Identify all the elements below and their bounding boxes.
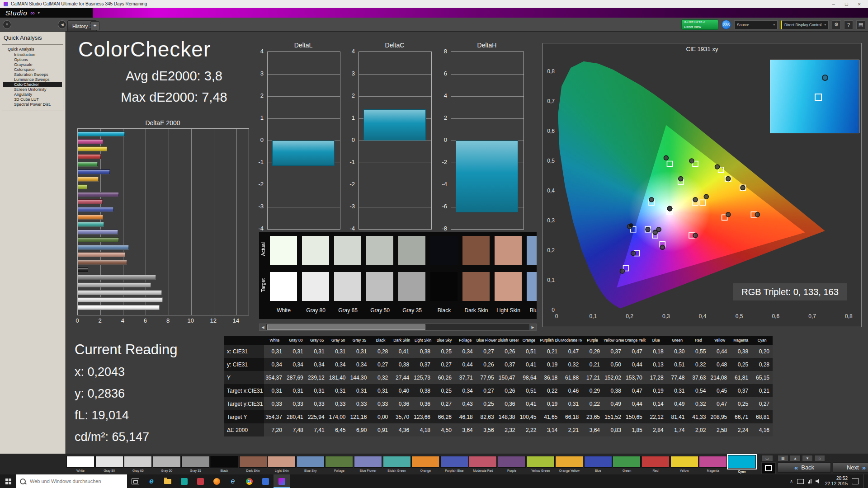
- patch-red[interactable]: [642, 456, 670, 468]
- target-swatch-gray-65[interactable]: [334, 272, 361, 301]
- sidebar-item-angularity[interactable]: Angularity: [3, 92, 62, 97]
- actual-swatch-dark-skin[interactable]: [462, 236, 490, 265]
- patch-black[interactable]: [210, 456, 238, 468]
- patch-purplish-blue[interactable]: [440, 456, 468, 468]
- taskbar-search[interactable]: [16, 474, 127, 488]
- tree-root-quick-analysis[interactable]: Quick Analysis: [3, 47, 62, 52]
- step-down-button[interactable]: ▼: [802, 455, 813, 461]
- patch-dark-skin[interactable]: [239, 456, 267, 468]
- sidebar-item-spectral-power-dist[interactable]: Spectral Power Dist.: [3, 102, 62, 107]
- patch-bluish-green[interactable]: [383, 456, 411, 468]
- swatch-scrollbar[interactable]: ◀ ▶: [259, 324, 537, 331]
- sidebar-item-colorspace[interactable]: Colorspace: [3, 67, 62, 72]
- actual-swatch-gray-35[interactable]: [398, 236, 425, 265]
- taskbar-task-view-icon[interactable]: [127, 474, 143, 488]
- display-window-button[interactable]: ▭: [761, 455, 773, 461]
- sidebar-item-introduction[interactable]: Introduction: [3, 52, 62, 57]
- show-desktop-button[interactable]: [863, 474, 865, 488]
- close-button[interactable]: ×: [858, 1, 861, 7]
- settings-button[interactable]: ⚙: [832, 20, 841, 29]
- patch-yellow-green[interactable]: [527, 456, 555, 468]
- sidebar-item-luminance-sweeps[interactable]: Luminance Sweeps: [3, 77, 62, 82]
- taskbar-chrome-icon[interactable]: [241, 474, 257, 488]
- display-control-dropdown[interactable]: Direct Display Control ▾: [781, 20, 829, 29]
- patch-yellow[interactable]: [670, 456, 698, 468]
- scroll-right-icon[interactable]: ▶: [529, 324, 536, 330]
- patch-foliage[interactable]: [325, 456, 353, 468]
- grid-view-button[interactable]: ▦: [778, 455, 788, 461]
- source-dropdown[interactable]: Source ▾: [734, 20, 778, 29]
- add-tab-button[interactable]: +: [90, 21, 99, 30]
- target-swatch-blue-sky[interactable]: [527, 272, 537, 301]
- patch-gray-35[interactable]: [181, 456, 209, 468]
- patch-magenta[interactable]: [699, 456, 727, 468]
- back-button[interactable]: « Back: [778, 462, 831, 473]
- menu-button[interactable]: ≡: [3, 20, 11, 29]
- actual-swatch-white[interactable]: [270, 236, 297, 265]
- start-button[interactable]: [0, 474, 16, 488]
- patch-gray-50[interactable]: [153, 456, 181, 468]
- patch-purple[interactable]: [498, 456, 526, 468]
- scrollbar-thumb[interactable]: [267, 324, 425, 330]
- patch-gray-80[interactable]: [95, 456, 123, 468]
- actual-swatch-gray-80[interactable]: [302, 236, 329, 265]
- taskbar-mail-icon[interactable]: [257, 474, 274, 488]
- actual-swatch-light-skin[interactable]: [495, 236, 522, 265]
- step-up-button[interactable]: ▲: [790, 455, 801, 461]
- taskbar-calman-icon[interactable]: [274, 474, 290, 488]
- actual-swatch-gray-65[interactable]: [334, 236, 361, 265]
- tray-network-icon[interactable]: [808, 479, 811, 483]
- next-button[interactable]: Next »: [833, 462, 868, 473]
- taskbar-photos-icon[interactable]: [192, 474, 208, 488]
- pattern-window-button[interactable]: [761, 462, 776, 474]
- taskbar-file-explorer-icon[interactable]: [160, 474, 176, 488]
- taskbar-edge-icon[interactable]: e: [143, 474, 160, 488]
- luminance-badge[interactable]: 235: [722, 20, 731, 29]
- minimize-button[interactable]: –: [832, 1, 835, 7]
- help-button[interactable]: ?: [844, 20, 853, 29]
- patch-blue-sky[interactable]: [297, 456, 325, 468]
- patch-blue[interactable]: [584, 456, 612, 468]
- target-swatch-black[interactable]: [430, 272, 458, 301]
- history-back-button[interactable]: ◀: [58, 20, 66, 29]
- tray-monitor-icon[interactable]: [797, 479, 804, 484]
- patch-moderate-red[interactable]: [469, 456, 497, 468]
- actual-swatch-gray-50[interactable]: [366, 236, 393, 265]
- sidebar-item-saturation-sweeps[interactable]: Saturation Sweeps: [3, 72, 62, 77]
- target-swatch-gray-50[interactable]: [366, 272, 393, 301]
- sidebar-item-grayscale[interactable]: Grayscale: [3, 62, 62, 67]
- target-swatch-light-skin[interactable]: [495, 272, 522, 301]
- home-button[interactable]: ⌂: [814, 455, 825, 461]
- patch-gray-65[interactable]: [124, 456, 152, 468]
- target-swatch-gray-35[interactable]: [398, 272, 425, 301]
- patch-light-skin[interactable]: [268, 456, 296, 468]
- patch-orange-yellow[interactable]: [555, 456, 583, 468]
- sidebar-item-screen-uniformity[interactable]: Screen Uniformity: [3, 87, 62, 92]
- patch-blue-flower[interactable]: [354, 456, 382, 468]
- action-center-icon[interactable]: [852, 478, 859, 484]
- patch-cyan[interactable]: [728, 455, 756, 469]
- maximize-button[interactable]: □: [845, 1, 848, 7]
- taskbar-clock[interactable]: 20:52 22.12.2015: [825, 476, 848, 487]
- taskbar-internet-explorer-icon[interactable]: e: [225, 474, 241, 488]
- actual-swatch-black[interactable]: [430, 236, 458, 265]
- taskbar-firefox-icon[interactable]: [208, 474, 225, 488]
- target-swatch-white[interactable]: [270, 272, 297, 301]
- patch-white[interactable]: [66, 456, 94, 468]
- studio-logo[interactable]: Studio ∞ ▾: [0, 8, 93, 18]
- tray-volume-icon[interactable]: [816, 479, 821, 484]
- tray-chevron-up-icon[interactable]: ∧: [790, 479, 793, 483]
- patch-orange[interactable]: [411, 456, 439, 468]
- meter-button[interactable]: X-Rite i1Pro 2 Direct View: [681, 19, 718, 30]
- actual-swatch-blue-sky[interactable]: [527, 236, 537, 265]
- target-swatch-dark-skin[interactable]: [462, 272, 490, 301]
- panel-toggle-button[interactable]: ▤: [856, 20, 865, 29]
- search-input[interactable]: [29, 478, 121, 484]
- sidebar-item-options[interactable]: Options: [3, 57, 62, 62]
- sidebar-item-colorchecker[interactable]: ColorChecker: [3, 82, 62, 87]
- target-swatch-gray-80[interactable]: [302, 272, 329, 301]
- scroll-left-icon[interactable]: ◀: [259, 324, 266, 330]
- sidebar-item-3d-cube-lut[interactable]: 3D Cube LUT: [3, 97, 62, 102]
- patch-green[interactable]: [613, 456, 641, 468]
- taskbar-store-icon[interactable]: [176, 474, 192, 488]
